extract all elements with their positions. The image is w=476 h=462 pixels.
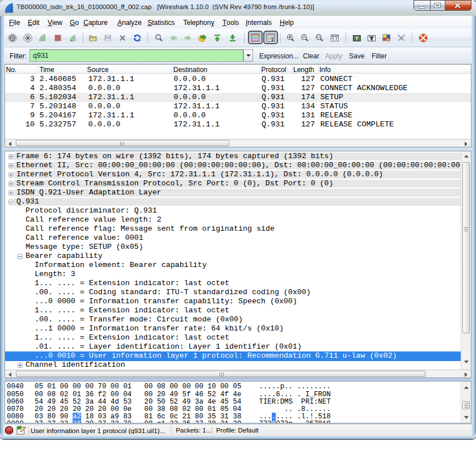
svg-text:1:1: 1:1 (317, 36, 321, 39)
